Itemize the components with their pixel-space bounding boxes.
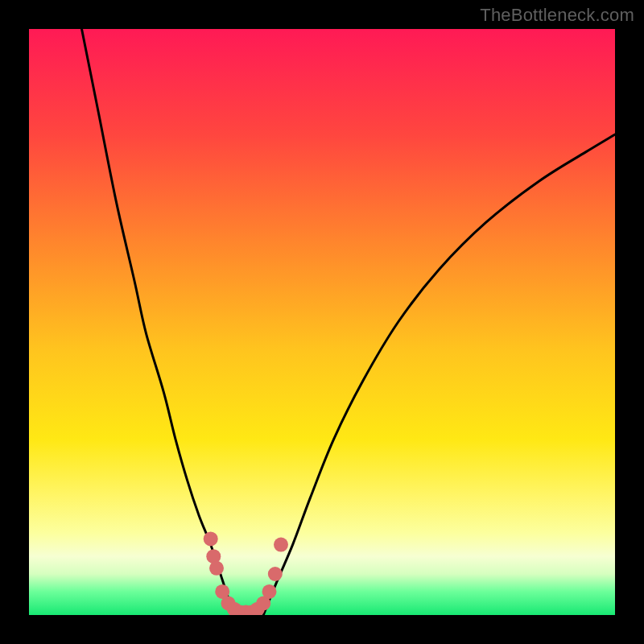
chart-frame: TheBottleneck.com — [0, 0, 644, 644]
curve-right — [263, 134, 615, 615]
marker-dot — [204, 531, 218, 546]
curve-layer — [29, 29, 615, 615]
marker-cluster — [204, 531, 288, 615]
marker-dot — [274, 538, 288, 552]
marker-dot — [209, 561, 224, 576]
curve-left — [82, 29, 237, 615]
watermark-text: TheBottleneck.com — [480, 5, 634, 26]
marker-dot — [268, 567, 283, 581]
marker-dot — [262, 584, 277, 599]
plot-area — [29, 29, 615, 615]
